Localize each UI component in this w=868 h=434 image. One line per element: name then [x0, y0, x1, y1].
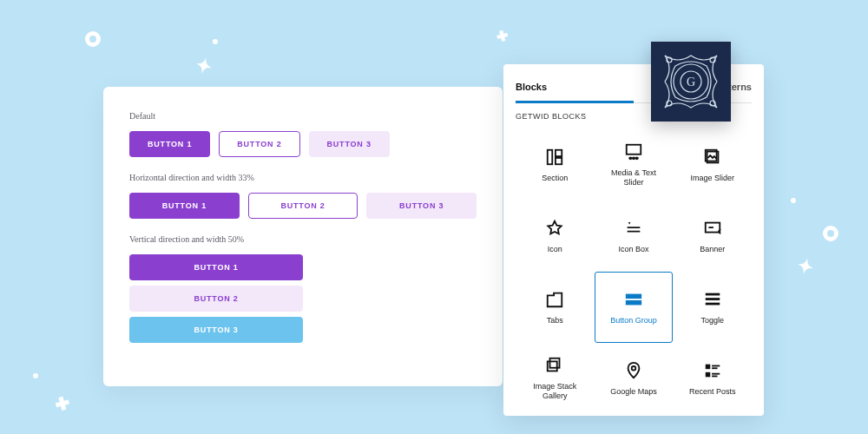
svg-rect-17 [550, 358, 560, 368]
button-2[interactable]: BUTTON 2 [129, 286, 303, 312]
button-1[interactable]: BUTTON 1 [129, 254, 303, 280]
block-toggle[interactable]: Toggle [673, 272, 752, 343]
banner-icon [703, 219, 722, 238]
block-image-stack-gallery[interactable]: Image Stack Gallery [516, 343, 595, 414]
block-label: Image Stack Gallery [524, 382, 585, 401]
block-media-text-slider[interactable]: Media & Text Slider [595, 129, 674, 201]
button-3[interactable]: BUTTON 3 [309, 131, 390, 157]
map-pin-icon [624, 361, 643, 380]
deco-cross: ✖ [493, 26, 511, 46]
button-group-icon [624, 290, 643, 309]
block-recent-posts[interactable]: Recent Posts [673, 343, 752, 414]
deco-circle [823, 226, 838, 241]
button-2[interactable]: BUTTON 2 [248, 193, 358, 219]
svg-rect-18 [548, 362, 557, 372]
block-label: Media & Text Slider [603, 168, 664, 187]
svg-rect-3 [627, 145, 641, 155]
star-icon [545, 219, 564, 238]
section-label-default: Default [129, 111, 477, 121]
svg-rect-14 [705, 293, 720, 295]
block-section[interactable]: Section [516, 129, 595, 201]
block-banner[interactable]: Banner [673, 201, 752, 272]
deco-plus: ✦ [795, 254, 816, 280]
block-icon[interactable]: Icon [516, 201, 595, 272]
button-col-vertical: BUTTON 1 BUTTON 2 BUTTON 3 [129, 254, 303, 343]
section-label-vertical: Vertical direction and width 50% [129, 234, 477, 244]
svg-rect-2 [556, 158, 562, 164]
block-label: Icon Box [618, 245, 648, 254]
section-icon [545, 148, 564, 167]
recent-posts-icon [703, 361, 722, 380]
media-text-slider-icon [624, 142, 643, 161]
button-1[interactable]: BUTTON 1 [129, 131, 210, 157]
block-label: Toggle [700, 316, 724, 326]
svg-rect-0 [548, 149, 553, 164]
svg-point-7 [636, 158, 638, 160]
svg-rect-13 [627, 300, 641, 304]
button-row-horizontal: BUTTON 1 BUTTON 2 BUTTON 3 [129, 193, 477, 219]
block-label: Tabs [547, 316, 563, 326]
deco-dot [33, 373, 38, 378]
block-image-slider[interactable]: Image Slider [673, 129, 752, 201]
block-label: Button Group [610, 316, 657, 326]
block-button-group[interactable]: Button Group [595, 272, 674, 343]
section-label-horizontal: Horizontal direction and width 33% [129, 173, 477, 182]
svg-rect-22 [712, 367, 717, 369]
tabs-icon [545, 290, 564, 309]
svg-rect-24 [712, 372, 720, 374]
block-google-maps[interactable]: Google Maps [595, 343, 674, 414]
deco-dot [791, 198, 796, 203]
svg-point-5 [629, 158, 631, 160]
block-label: Banner [700, 245, 725, 254]
editor-preview-panel: Default BUTTON 1 BUTTON 2 BUTTON 3 Horiz… [103, 87, 503, 386]
svg-rect-15 [705, 298, 720, 300]
block-grid: Section Media & Text Slider Image Slider… [516, 129, 752, 414]
block-tabs[interactable]: Tabs [516, 272, 595, 343]
svg-rect-25 [712, 375, 717, 377]
deco-dot [213, 39, 218, 44]
svg-rect-12 [627, 294, 641, 298]
svg-rect-16 [705, 302, 720, 305]
button-2[interactable]: BUTTON 2 [219, 131, 299, 157]
button-3[interactable]: BUTTON 3 [129, 317, 303, 343]
block-label: Google Maps [610, 387, 657, 397]
block-label: Section [542, 174, 568, 183]
getwid-brand-badge: G [651, 42, 731, 122]
svg-rect-21 [712, 365, 720, 366]
block-label: Icon [548, 245, 562, 254]
svg-point-19 [632, 366, 636, 371]
svg-rect-1 [556, 149, 562, 155]
button-3[interactable]: BUTTON 3 [366, 193, 477, 219]
button-row-default: BUTTON 1 BUTTON 2 BUTTON 3 [129, 131, 477, 157]
deco-cross: ✖ [50, 391, 74, 416]
toggle-icon [703, 290, 722, 309]
svg-text:G: G [687, 76, 695, 89]
image-stack-icon [545, 356, 564, 375]
svg-rect-20 [705, 364, 710, 369]
block-icon-box[interactable]: Icon Box [595, 201, 674, 272]
image-slider-icon [703, 148, 722, 167]
svg-rect-23 [705, 372, 710, 377]
block-label: Recent Posts [689, 387, 736, 397]
tab-blocks[interactable]: Blocks [516, 73, 634, 103]
button-1[interactable]: BUTTON 1 [129, 193, 240, 219]
svg-point-6 [633, 158, 635, 160]
deco-circle [85, 31, 101, 47]
deco-plus: ✦ [194, 54, 214, 80]
block-label: Image Slider [690, 174, 734, 183]
icon-box-icon [624, 219, 643, 238]
getwid-logo-icon: G [656, 47, 726, 116]
